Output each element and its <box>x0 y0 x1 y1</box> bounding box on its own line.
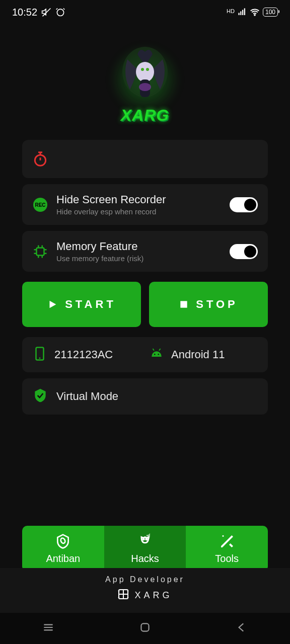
svg-point-23 <box>146 539 147 540</box>
logo-character-icon <box>112 44 178 115</box>
svg-point-22 <box>143 539 144 540</box>
svg-point-13 <box>35 155 45 166</box>
wifi-icon <box>250 7 260 17</box>
svg-point-20 <box>158 354 160 355</box>
hide-recorder-toggle[interactable] <box>230 197 258 212</box>
rec-icon: REC <box>32 197 48 213</box>
masks-icon <box>136 533 154 550</box>
stopwatch-icon <box>32 151 48 167</box>
svg-rect-25 <box>141 623 149 631</box>
stop-icon <box>179 299 189 309</box>
status-left: 10:52 <box>12 7 65 18</box>
logo-area: XARG <box>0 24 290 140</box>
tab-tools-label: Tools <box>215 553 239 565</box>
device-model: 2112123AC <box>54 348 113 361</box>
svg-point-1 <box>57 9 63 16</box>
status-bar: 10:52 HD 100 <box>0 0 290 24</box>
tab-antiban[interactable]: Antiban <box>22 526 104 572</box>
footer: App Developer XARG <box>0 568 290 613</box>
play-icon <box>47 299 58 310</box>
stop-label: STOP <box>196 298 238 311</box>
hide-recorder-sub: Hide overlay esp when record <box>56 207 222 216</box>
hide-recorder-row: REC Hide Screen Recorder Hide overlay es… <box>22 184 268 225</box>
battery-icon: 100 <box>263 8 278 17</box>
hd-label: HD <box>227 8 235 14</box>
svg-point-19 <box>154 354 156 355</box>
svg-point-8 <box>136 62 154 82</box>
svg-line-0 <box>43 9 51 17</box>
hide-recorder-title: Hide Screen Recorder <box>56 193 222 206</box>
virtual-mode-card: Virtual Mode <box>22 378 268 415</box>
timer-card[interactable] <box>22 140 268 178</box>
grid-icon <box>117 588 129 603</box>
stop-button[interactable]: STOP <box>149 282 268 327</box>
app-logo: XARG <box>100 34 190 125</box>
shield-check-icon <box>32 387 48 406</box>
memory-sub: Use memory feature (risk) <box>56 254 222 263</box>
svg-text:REC: REC <box>35 202 45 208</box>
recents-button[interactable] <box>42 621 55 636</box>
tools-icon <box>219 533 235 550</box>
svg-point-12 <box>139 83 151 91</box>
tab-hacks[interactable]: Hacks <box>104 526 186 572</box>
svg-rect-3 <box>240 12 241 16</box>
tab-antiban-label: Antiban <box>46 553 80 565</box>
svg-point-9 <box>141 68 144 71</box>
memory-toggle[interactable] <box>230 244 258 259</box>
footer-brand-label: XARG <box>134 590 172 601</box>
device-info-card: 2112123AC Android 11 <box>22 337 268 372</box>
svg-point-6 <box>254 15 255 16</box>
home-button[interactable] <box>138 621 152 636</box>
logo-text: XARG <box>121 106 169 125</box>
alarm-icon <box>55 7 65 17</box>
svg-rect-4 <box>242 10 243 16</box>
svg-rect-5 <box>244 9 245 16</box>
memory-title: Memory Feature <box>56 240 222 253</box>
start-label: START <box>65 298 116 311</box>
chip-icon <box>32 244 48 260</box>
bottom-tabs: Antiban Hacks Tools <box>22 526 268 572</box>
svg-rect-17 <box>181 301 187 307</box>
shield-icon <box>55 533 71 550</box>
time-label: 10:52 <box>12 7 37 18</box>
mute-icon <box>41 7 51 17</box>
tab-tools[interactable]: Tools <box>186 526 268 572</box>
memory-row: Memory Feature Use memory feature (risk) <box>22 231 268 272</box>
android-icon <box>149 346 164 363</box>
back-button[interactable] <box>235 621 248 636</box>
footer-title: App Developer <box>0 575 290 584</box>
system-navbar <box>0 613 290 644</box>
tab-hacks-label: Hacks <box>131 553 159 565</box>
virtual-mode-label: Virtual Mode <box>56 390 118 403</box>
svg-point-10 <box>146 68 149 71</box>
start-button[interactable]: START <box>22 282 141 327</box>
phone-icon <box>32 346 47 363</box>
svg-rect-16 <box>37 248 44 255</box>
svg-rect-2 <box>238 13 239 16</box>
device-os: Android 11 <box>171 348 225 361</box>
signal-icon <box>238 8 247 17</box>
svg-point-21 <box>60 537 66 544</box>
status-right: HD 100 <box>227 7 278 17</box>
